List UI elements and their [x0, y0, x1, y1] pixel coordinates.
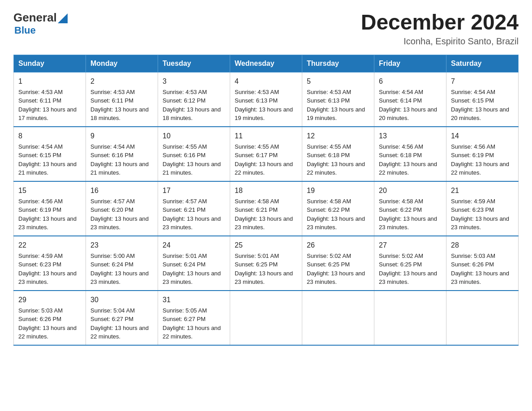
cell-content: 15 Sunrise: 4:56 AM Sunset: 6:19 PM Dayl… — [18, 185, 81, 232]
daylight-text: Daylight: 13 hours and 22 minutes. — [451, 161, 509, 176]
sunset-text: Sunset: 6:25 PM — [379, 261, 422, 268]
day-number: 27 — [379, 240, 442, 251]
day-number: 24 — [163, 240, 225, 251]
daylight-text: Daylight: 13 hours and 23 minutes. — [307, 215, 365, 231]
calendar-cell: 31 Sunrise: 5:05 AM Sunset: 6:27 PM Dayl… — [158, 291, 230, 345]
day-number: 8 — [18, 131, 81, 141]
day-number: 16 — [90, 185, 153, 196]
logo: General Blue — [13, 11, 68, 36]
calendar-cell: 24 Sunrise: 5:01 AM Sunset: 6:24 PM Dayl… — [158, 236, 230, 291]
cell-content: 23 Sunrise: 5:00 AM Sunset: 6:24 PM Dayl… — [90, 240, 153, 287]
sunset-text: Sunset: 6:26 PM — [18, 316, 61, 322]
cell-content: 5 Sunrise: 4:53 AM Sunset: 6:13 PM Dayli… — [307, 76, 369, 123]
daylight-text: Daylight: 13 hours and 21 minutes. — [18, 161, 77, 176]
cell-content: 3 Sunrise: 4:53 AM Sunset: 6:12 PM Dayli… — [163, 76, 225, 123]
calendar-week-row: 15 Sunrise: 4:56 AM Sunset: 6:19 PM Dayl… — [14, 181, 519, 236]
sunset-text: Sunset: 6:20 PM — [90, 206, 133, 213]
sunrise-text: Sunrise: 5:01 AM — [163, 253, 207, 259]
daylight-text: Daylight: 13 hours and 23 minutes. — [235, 215, 293, 231]
calendar-cell: 2 Sunrise: 4:53 AM Sunset: 6:11 PM Dayli… — [86, 72, 158, 127]
calendar-week-row: 8 Sunrise: 4:54 AM Sunset: 6:15 PM Dayli… — [14, 127, 519, 181]
sunrise-text: Sunrise: 4:55 AM — [235, 143, 279, 150]
daylight-text: Daylight: 13 hours and 23 minutes. — [163, 215, 221, 231]
sunset-text: Sunset: 6:14 PM — [379, 97, 422, 104]
cell-content: 25 Sunrise: 5:01 AM Sunset: 6:25 PM Dayl… — [235, 240, 297, 287]
calendar-cell: 8 Sunrise: 4:54 AM Sunset: 6:15 PM Dayli… — [14, 127, 86, 181]
calendar-cell: 28 Sunrise: 5:03 AM Sunset: 6:26 PM Dayl… — [446, 236, 519, 291]
calendar-cell: 6 Sunrise: 4:54 AM Sunset: 6:14 PM Dayli… — [374, 72, 446, 127]
cell-content: 27 Sunrise: 5:02 AM Sunset: 6:25 PM Dayl… — [379, 240, 442, 287]
sunrise-text: Sunrise: 4:53 AM — [235, 89, 279, 95]
day-number: 31 — [163, 295, 225, 305]
sunset-text: Sunset: 6:27 PM — [90, 316, 133, 322]
daylight-text: Daylight: 13 hours and 23 minutes. — [163, 270, 221, 286]
sunrise-text: Sunrise: 4:54 AM — [379, 89, 423, 95]
calendar-cell: 29 Sunrise: 5:03 AM Sunset: 6:26 PM Dayl… — [14, 291, 86, 345]
day-number: 30 — [90, 295, 153, 305]
calendar-cell: 23 Sunrise: 5:00 AM Sunset: 6:24 PM Dayl… — [86, 236, 158, 291]
sunset-text: Sunset: 6:16 PM — [163, 152, 206, 158]
sunrise-text: Sunrise: 4:54 AM — [90, 143, 135, 150]
day-number: 25 — [235, 240, 297, 251]
calendar-cell: 22 Sunrise: 4:59 AM Sunset: 6:23 PM Dayl… — [14, 236, 86, 291]
day-number: 21 — [451, 185, 514, 196]
cell-content: 20 Sunrise: 4:58 AM Sunset: 6:22 PM Dayl… — [379, 185, 442, 232]
sunset-text: Sunset: 6:21 PM — [235, 206, 278, 213]
sunrise-text: Sunrise: 5:04 AM — [90, 307, 135, 314]
calendar-cell: 20 Sunrise: 4:58 AM Sunset: 6:22 PM Dayl… — [374, 181, 446, 236]
cell-content: 4 Sunrise: 4:53 AM Sunset: 6:13 PM Dayli… — [235, 76, 297, 123]
sunset-text: Sunset: 6:27 PM — [163, 316, 206, 322]
day-number: 2 — [90, 76, 153, 87]
header-thursday: Thursday — [302, 55, 374, 72]
calendar-cell: 16 Sunrise: 4:57 AM Sunset: 6:20 PM Dayl… — [86, 181, 158, 236]
day-number: 12 — [307, 131, 369, 141]
daylight-text: Daylight: 13 hours and 23 minutes. — [235, 270, 293, 286]
sunset-text: Sunset: 6:15 PM — [18, 152, 61, 158]
day-number: 14 — [451, 131, 514, 141]
cell-content: 1 Sunrise: 4:53 AM Sunset: 6:11 PM Dayli… — [18, 76, 81, 123]
cell-content: 31 Sunrise: 5:05 AM Sunset: 6:27 PM Dayl… — [163, 295, 225, 341]
day-number: 29 — [18, 295, 81, 305]
daylight-text: Daylight: 13 hours and 20 minutes. — [451, 106, 509, 122]
cell-content: 26 Sunrise: 5:02 AM Sunset: 6:25 PM Dayl… — [307, 240, 369, 287]
sunrise-text: Sunrise: 4:56 AM — [18, 198, 63, 205]
location-subtitle: Iconha, Espirito Santo, Brazil — [361, 36, 519, 47]
day-number: 20 — [379, 185, 442, 196]
header-monday: Monday — [86, 55, 158, 72]
sunrise-text: Sunrise: 5:03 AM — [451, 253, 495, 259]
daylight-text: Daylight: 13 hours and 23 minutes. — [379, 270, 437, 286]
sunrise-text: Sunrise: 5:02 AM — [307, 253, 351, 259]
logo-triangle-icon — [58, 13, 68, 23]
title-area: December 2024 Iconha, Espirito Santo, Br… — [361, 11, 519, 47]
sunset-text: Sunset: 6:23 PM — [18, 261, 61, 268]
sunrise-text: Sunrise: 4:57 AM — [90, 198, 135, 205]
day-number: 17 — [163, 185, 225, 196]
calendar-cell: 21 Sunrise: 4:59 AM Sunset: 6:23 PM Dayl… — [446, 181, 519, 236]
day-number: 9 — [90, 131, 153, 141]
daylight-text: Daylight: 13 hours and 18 minutes. — [90, 106, 149, 122]
logo-blue-text: Blue — [14, 25, 36, 36]
day-number: 11 — [235, 131, 297, 141]
daylight-text: Daylight: 13 hours and 22 minutes. — [379, 161, 437, 176]
cell-content: 13 Sunrise: 4:56 AM Sunset: 6:18 PM Dayl… — [379, 131, 442, 177]
day-number: 23 — [90, 240, 153, 251]
calendar-cell: 1 Sunrise: 4:53 AM Sunset: 6:11 PM Dayli… — [14, 72, 86, 127]
day-number: 6 — [379, 76, 442, 87]
calendar-cell: 4 Sunrise: 4:53 AM Sunset: 6:13 PM Dayli… — [230, 72, 302, 127]
calendar-cell: 25 Sunrise: 5:01 AM Sunset: 6:25 PM Dayl… — [230, 236, 302, 291]
sunset-text: Sunset: 6:22 PM — [379, 206, 422, 213]
calendar-cell: 30 Sunrise: 5:04 AM Sunset: 6:27 PM Dayl… — [86, 291, 158, 345]
sunset-text: Sunset: 6:11 PM — [18, 97, 61, 104]
cell-content: 16 Sunrise: 4:57 AM Sunset: 6:20 PM Dayl… — [90, 185, 153, 232]
sunrise-text: Sunrise: 4:57 AM — [163, 198, 207, 205]
sunset-text: Sunset: 6:25 PM — [235, 261, 278, 268]
day-number: 13 — [379, 131, 442, 141]
daylight-text: Daylight: 13 hours and 22 minutes. — [90, 325, 149, 340]
daylight-text: Daylight: 13 hours and 23 minutes. — [307, 270, 365, 286]
sunset-text: Sunset: 6:19 PM — [18, 206, 61, 213]
header-saturday: Saturday — [446, 55, 519, 72]
header-tuesday: Tuesday — [158, 55, 230, 72]
day-number: 26 — [307, 240, 369, 251]
sunrise-text: Sunrise: 4:59 AM — [18, 253, 63, 259]
sunset-text: Sunset: 6:18 PM — [379, 152, 422, 158]
